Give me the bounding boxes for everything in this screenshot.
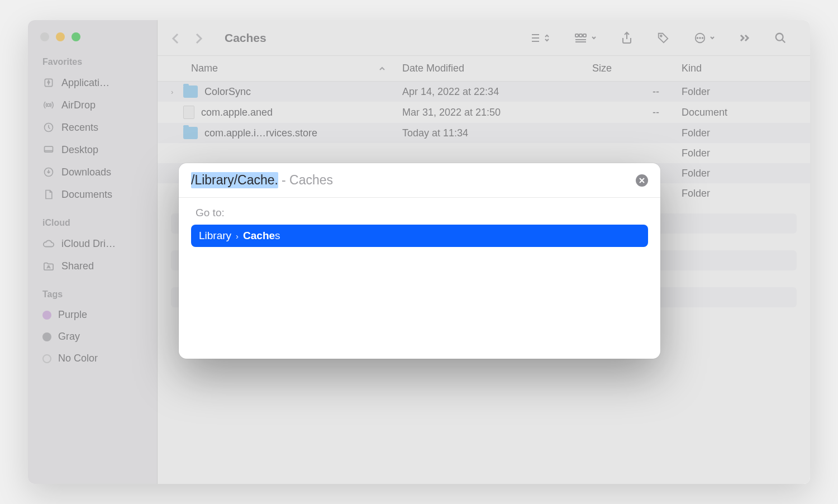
file-size: -- <box>592 86 682 98</box>
group-button[interactable] <box>564 32 607 44</box>
tag-dot-icon <box>42 311 51 320</box>
forward-button[interactable] <box>194 33 204 43</box>
go-to-input-row[interactable]: /Library/Cache. - Caches <box>179 163 660 198</box>
clear-input-button[interactable] <box>636 174 648 187</box>
sidebar: Favorites Applicati… AirDrop Recents <box>28 20 158 484</box>
sidebar-item-tag-purple[interactable]: Purple <box>36 304 149 326</box>
column-date[interactable]: Date Modified <box>402 63 592 74</box>
file-kind: Folder <box>682 127 810 139</box>
zoom-window-button[interactable] <box>72 32 80 41</box>
back-button[interactable] <box>171 33 181 43</box>
file-date: Apr 14, 2022 at 22:34 <box>402 86 592 98</box>
svg-point-11 <box>697 37 698 39</box>
sidebar-item-label: Shared <box>61 260 94 272</box>
svg-point-9 <box>660 35 662 36</box>
column-size[interactable]: Size <box>592 63 682 74</box>
suggestion-match: Caches <box>243 230 280 242</box>
sidebar-section-favorites: Favorites Applicati… AirDrop Recents <box>28 57 157 218</box>
sidebar-item-label: AirDrop <box>61 99 96 111</box>
file-kind: Document <box>682 107 810 118</box>
search-button[interactable] <box>764 32 797 44</box>
svg-point-12 <box>699 37 701 39</box>
go-to-typed-text: /Library/Cache. <box>191 172 278 188</box>
go-to-suggestions: Go to: Library › Caches <box>179 198 660 359</box>
clock-icon <box>42 121 55 134</box>
go-to-label: Go to: <box>191 207 648 219</box>
sidebar-item-documents[interactable]: Documents <box>36 183 149 206</box>
sidebar-section-icloud: iCloud iCloud Dri… Shared <box>28 218 157 289</box>
suggestion-part: Library <box>199 230 231 242</box>
close-window-button[interactable] <box>40 32 49 41</box>
view-list-button[interactable] <box>517 32 560 44</box>
airdrop-icon <box>42 99 55 111</box>
overflow-button[interactable] <box>730 34 760 42</box>
finder-window: Favorites Applicati… AirDrop Recents <box>28 20 810 484</box>
sidebar-item-shared[interactable]: Shared <box>36 255 149 277</box>
svg-point-1 <box>47 104 50 107</box>
svg-rect-8 <box>583 34 586 37</box>
file-row[interactable]: com.apple.i…rvices.storeToday at 11:34Fo… <box>158 123 810 143</box>
file-kind: Folder <box>682 168 810 179</box>
action-button[interactable] <box>684 32 725 44</box>
sidebar-item-tag-gray[interactable]: Gray <box>36 326 149 348</box>
file-row[interactable]: ›ColorSyncApr 14, 2022 at 22:34--Folder <box>158 82 810 102</box>
share-button[interactable] <box>611 31 642 45</box>
sidebar-header: iCloud <box>36 218 149 232</box>
downloads-icon <box>42 166 55 178</box>
file-kind: Folder <box>682 188 810 199</box>
sidebar-item-icloud-drive[interactable]: iCloud Dri… <box>36 232 149 255</box>
sidebar-item-applications[interactable]: Applicati… <box>36 72 149 94</box>
list-header: Name Date Modified Size Kind <box>158 56 810 82</box>
window-controls <box>28 32 157 57</box>
disclosure-triangle-icon[interactable]: › <box>171 88 180 96</box>
svg-point-13 <box>702 37 703 39</box>
minimize-window-button[interactable] <box>56 32 65 41</box>
column-name[interactable]: Name <box>191 63 402 74</box>
sidebar-item-recents[interactable]: Recents <box>36 116 149 139</box>
column-kind[interactable]: Kind <box>682 63 810 74</box>
sidebar-item-label: Desktop <box>61 144 98 156</box>
sidebar-header: Tags <box>36 289 149 304</box>
sidebar-item-label: Documents <box>61 189 112 201</box>
sidebar-item-label: Gray <box>58 331 80 343</box>
sidebar-item-label: No Color <box>58 353 98 364</box>
icloud-icon <box>42 237 55 250</box>
file-name: ColorSync <box>204 86 402 98</box>
document-icon <box>42 188 55 201</box>
sidebar-item-airdrop[interactable]: AirDrop <box>36 94 149 116</box>
file-name: com.apple.i…rvices.store <box>204 127 402 139</box>
go-to-completion-suffix: - Caches <box>282 173 333 188</box>
sidebar-item-label: Applicati… <box>61 77 109 89</box>
file-size: -- <box>592 107 682 118</box>
sidebar-item-tag-none[interactable]: No Color <box>36 348 149 369</box>
sidebar-header: Favorites <box>36 57 149 72</box>
file-row[interactable]: com.apple.anedMar 31, 2022 at 21:50--Doc… <box>158 102 810 123</box>
document-icon <box>183 106 194 119</box>
svg-rect-3 <box>45 146 53 152</box>
sidebar-item-label: Recents <box>61 122 98 134</box>
applications-icon <box>42 77 55 89</box>
tag-dot-icon <box>42 354 51 363</box>
go-to-folder-dialog: /Library/Cache. - Caches Go to: Library … <box>179 163 660 359</box>
chevron-right-icon: › <box>236 231 239 241</box>
sort-ascending-icon <box>379 63 385 74</box>
sidebar-item-desktop[interactable]: Desktop <box>36 139 149 161</box>
sidebar-item-label: Downloads <box>61 167 111 178</box>
svg-rect-7 <box>579 34 582 37</box>
toolbar: Caches <box>158 20 810 56</box>
sidebar-section-tags: Tags Purple Gray No Color <box>28 289 157 382</box>
svg-point-14 <box>776 33 783 40</box>
sidebar-item-downloads[interactable]: Downloads <box>36 161 149 183</box>
folder-icon <box>183 127 198 139</box>
go-to-suggestion-item[interactable]: Library › Caches <box>191 225 648 247</box>
column-label: Name <box>191 63 218 74</box>
file-date: Today at 11:34 <box>402 127 592 139</box>
nav-arrows <box>171 33 204 43</box>
tags-button[interactable] <box>647 32 679 44</box>
shared-folder-icon <box>42 260 55 272</box>
file-row[interactable]: Folder <box>158 143 810 163</box>
sidebar-item-label: Purple <box>58 309 87 321</box>
file-kind: Folder <box>682 86 810 98</box>
file-name: com.apple.aned <box>201 107 402 118</box>
svg-rect-6 <box>575 34 578 37</box>
